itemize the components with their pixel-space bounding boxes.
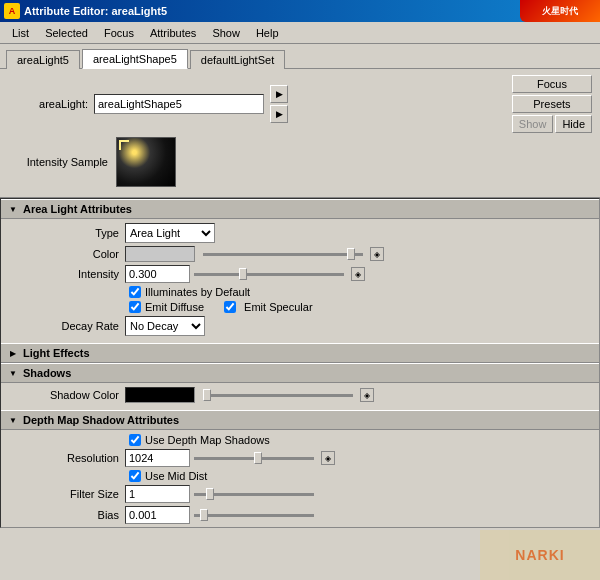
illuminates-label: Illuminates by Default: [145, 286, 250, 298]
show-button[interactable]: Show: [512, 115, 554, 133]
emit-specular-checkbox[interactable]: [224, 301, 236, 313]
area-light-title: Area Light Attributes: [23, 203, 132, 215]
intensity-label: Intensity: [9, 268, 119, 280]
menu-list[interactable]: List: [4, 25, 37, 41]
emit-diffuse-label: Emit Diffuse: [145, 301, 204, 313]
menu-bar: List Selected Focus Attributes Show Help: [0, 22, 600, 44]
type-label: Type: [9, 227, 119, 239]
header-area: areaLight: ▶ ▶ Focus Presets Show Hide I…: [0, 69, 600, 198]
arealight-icon-up[interactable]: ▶: [270, 85, 288, 103]
illuminates-row: Illuminates by Default: [9, 286, 591, 298]
menu-focus[interactable]: Focus: [96, 25, 142, 41]
area-light-attributes-body: Type Area Light Color ◈ Intensity: [1, 219, 599, 343]
area-light-arrow: ▼: [7, 203, 19, 215]
bias-slider[interactable]: [194, 514, 314, 517]
tab-arealight5[interactable]: areaLight5: [6, 50, 80, 69]
shadow-color-label: Shadow Color: [9, 389, 119, 401]
shadow-color-slider[interactable]: [203, 394, 353, 397]
intensity-swatch: [116, 137, 176, 187]
app-icon-letter: A: [9, 6, 16, 16]
bias-row: Bias: [9, 506, 591, 524]
menu-selected[interactable]: Selected: [37, 25, 96, 41]
title-bar: A Attribute Editor: areaLight5 _ □ ✕ 火星时…: [0, 0, 600, 22]
bias-input[interactable]: [125, 506, 190, 524]
resolution-row: Resolution ◈: [9, 449, 591, 467]
attributes-scroll-area[interactable]: ▼ Area Light Attributes Type Area Light …: [0, 198, 600, 528]
color-swatch[interactable]: [125, 246, 195, 262]
emit-diffuse-checkbox[interactable]: [129, 301, 141, 313]
menu-show[interactable]: Show: [204, 25, 248, 41]
area-light-attributes-header[interactable]: ▼ Area Light Attributes: [1, 199, 599, 219]
corner-mark: [119, 140, 129, 150]
right-panel: Focus Presets Show Hide: [512, 75, 592, 133]
tab-defaultlightset[interactable]: defaultLightSet: [190, 50, 285, 69]
depth-map-header[interactable]: ▼ Depth Map Shadow Attributes: [1, 410, 599, 430]
arealight-input[interactable]: [94, 94, 264, 114]
menu-attributes[interactable]: Attributes: [142, 25, 204, 41]
resolution-slider[interactable]: [194, 457, 314, 460]
arealight-icon-down[interactable]: ▶: [270, 105, 288, 123]
color-slider-thumb[interactable]: [347, 248, 355, 260]
shadow-color-slider-thumb[interactable]: [203, 389, 211, 401]
arealight-label: areaLight:: [8, 98, 88, 110]
filter-size-row: Filter Size: [9, 485, 591, 503]
intensity-input[interactable]: [125, 265, 190, 283]
color-connect-icon[interactable]: ◈: [370, 247, 384, 261]
light-effects-arrow: ▶: [7, 347, 19, 359]
type-select[interactable]: Area Light: [125, 223, 215, 243]
intensity-section: Intensity Sample: [8, 137, 592, 187]
use-depth-map-checkbox[interactable]: [129, 434, 141, 446]
resolution-label: Resolution: [9, 452, 119, 464]
resolution-input[interactable]: [125, 449, 190, 467]
tabs-row: areaLight5 areaLightShape5 defaultLightS…: [0, 44, 600, 69]
bias-label: Bias: [9, 509, 119, 521]
shadows-arrow: ▼: [7, 367, 19, 379]
bias-slider-thumb[interactable]: [200, 509, 208, 521]
filter-size-slider-thumb[interactable]: [206, 488, 214, 500]
shadows-header[interactable]: ▼ Shadows: [1, 363, 599, 383]
shadow-color-swatch[interactable]: [125, 387, 195, 403]
use-depth-map-row: Use Depth Map Shadows: [9, 434, 591, 446]
window-title: Attribute Editor: areaLight5: [24, 5, 167, 17]
filter-size-label: Filter Size: [9, 488, 119, 500]
intensity-row: Intensity ◈: [9, 265, 591, 283]
filter-size-input[interactable]: [125, 485, 190, 503]
decay-rate-select[interactable]: No Decay Linear Quadratic Cubic: [125, 316, 205, 336]
focus-button[interactable]: Focus: [512, 75, 592, 93]
depth-map-body: Use Depth Map Shadows Resolution ◈ Use M…: [1, 430, 599, 528]
shadow-color-row: Shadow Color ◈: [9, 387, 591, 403]
watermark: NARKI: [480, 530, 600, 580]
menu-help[interactable]: Help: [248, 25, 287, 41]
emit-row: Emit Diffuse Emit Specular: [9, 301, 591, 313]
resolution-connect-icon[interactable]: ◈: [321, 451, 335, 465]
resolution-slider-thumb[interactable]: [254, 452, 262, 464]
logo: 火星时代: [520, 0, 600, 22]
use-mid-dist-row: Use Mid Dist: [9, 470, 591, 482]
intensity-slider[interactable]: [194, 273, 344, 276]
tab-arealightshape5[interactable]: areaLightShape5: [82, 49, 188, 69]
shadow-color-connect-icon[interactable]: ◈: [360, 388, 374, 402]
intensity-sample-label: Intensity Sample: [18, 156, 108, 168]
intensity-slider-thumb[interactable]: [239, 268, 247, 280]
intensity-connect-icon[interactable]: ◈: [351, 267, 365, 281]
use-mid-dist-label: Use Mid Dist: [145, 470, 207, 482]
color-row: Color ◈: [9, 246, 591, 262]
use-depth-map-label: Use Depth Map Shadows: [145, 434, 270, 446]
emit-specular-label: Emit Specular: [244, 301, 312, 313]
hide-button[interactable]: Hide: [555, 115, 592, 133]
light-effects-header[interactable]: ▶ Light Effects: [1, 343, 599, 363]
type-row: Type Area Light: [9, 223, 591, 243]
shadows-title: Shadows: [23, 367, 71, 379]
light-effects-title: Light Effects: [23, 347, 90, 359]
color-label: Color: [9, 248, 119, 260]
shadows-body: Shadow Color ◈: [1, 383, 599, 410]
presets-button[interactable]: Presets: [512, 95, 592, 113]
use-mid-dist-checkbox[interactable]: [129, 470, 141, 482]
depth-map-arrow: ▼: [7, 414, 19, 426]
depth-map-title: Depth Map Shadow Attributes: [23, 414, 179, 426]
app-icon: A: [4, 3, 20, 19]
color-slider[interactable]: [203, 253, 363, 256]
illuminates-checkbox[interactable]: [129, 286, 141, 298]
decay-rate-row: Decay Rate No Decay Linear Quadratic Cub…: [9, 316, 591, 336]
filter-size-slider[interactable]: [194, 493, 314, 496]
